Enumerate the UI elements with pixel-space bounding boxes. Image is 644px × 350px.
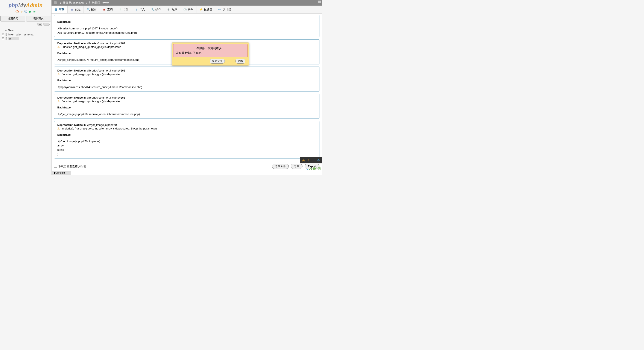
events-icon: 🕒	[183, 8, 186, 11]
tab-triggers[interactable]: ⚡触发器	[196, 6, 215, 13]
modal-title: 在服务上检测到错误！	[176, 46, 245, 50]
import-icon: ⇧	[135, 8, 138, 11]
tab-procedures[interactable]: ⚙程序	[164, 6, 180, 13]
reload-icon[interactable]: ⟳	[33, 10, 36, 13]
notice-message: ⚠ Function get_magic_quotes_gpc() is dep…	[57, 100, 316, 103]
console-toggle[interactable]: ▮Console	[52, 171, 71, 175]
link-tree-icon[interactable]: ⊂⊃	[43, 23, 50, 26]
tab-designer[interactable]: ✏设计器	[215, 6, 234, 13]
backtrace-line: array,	[57, 144, 316, 148]
query-icon: ▣	[103, 8, 106, 11]
collapse-tree-icon[interactable]: —	[37, 23, 42, 26]
auto-send-label: 下次自动发送错误报告	[58, 164, 86, 168]
export-icon: ⇩	[119, 8, 122, 11]
tab-sql[interactable]: ▤SQL	[68, 6, 84, 13]
home-icon[interactable]: 🏠	[16, 10, 19, 13]
backtrace-line: ./js/get_image.js.php#18: require_once(.…	[57, 112, 316, 116]
logo-admin: Admin	[26, 2, 43, 8]
ignore-button[interactable]: 忽略	[291, 164, 302, 169]
backtrace-heading: Backtrace	[57, 20, 316, 24]
ignore-all-button[interactable]: 忽略全部	[272, 164, 289, 169]
server-icon: 🖥	[59, 2, 62, 4]
backtrace-line: ./db_structure.php#12: require_once(./li…	[57, 31, 316, 35]
backtrace-heading: Backtrace	[57, 133, 316, 136]
tree-db-w[interactable]: + 🗄 w	[2, 36, 51, 40]
tree-information-schema[interactable]: + 🗄 information_schema	[2, 32, 51, 36]
new-db-icon: ⊕	[5, 29, 7, 32]
bc-server-label: 服务器:	[63, 1, 72, 5]
warning-icon: ⚠	[57, 72, 60, 76]
error-modal: 在服务上检测到错误！ 请查看此窗口的底部。 忽略全部 忽略	[172, 42, 249, 66]
content-area: Backtrace./libraries/common.inc.php#1047…	[52, 14, 322, 162]
deprecation-notice: Backtrace./libraries/common.inc.php#1047…	[54, 15, 320, 37]
main: ⌃ 🖥 服务器: localhost » 🗄 数据库: www ▦结构 ▤SQL…	[52, 0, 322, 175]
modal-ignore-all-button[interactable]: 忽略全部	[210, 58, 225, 64]
logo[interactable]: phpMyAdmin	[0, 0, 51, 9]
backtrace-heading: Backtrace	[57, 79, 316, 82]
deprecation-notice: Deprecation Notice in ./libraries/common…	[54, 66, 320, 92]
tree-new[interactable]: ⊕ New	[2, 28, 51, 32]
expand-icon[interactable]: +	[2, 33, 4, 36]
expand-icon[interactable]: +	[2, 37, 4, 40]
error-modal-body: 在服务上检测到错误！ 请查看此窗口的底部。	[173, 44, 248, 57]
sidebar-toolbar: 🏠 ⎋ ⓘ ◆ ⟳	[0, 9, 51, 15]
moon-icon[interactable]: ☾	[308, 159, 310, 162]
collapse-panel-icon[interactable]: ⌃	[318, 0, 321, 3]
docs-icon[interactable]: ⓘ	[24, 10, 28, 13]
logout-icon[interactable]: ⎋	[20, 10, 23, 13]
warning-icon: ⚠	[57, 45, 60, 48]
designer-icon: ✏	[218, 8, 221, 11]
tab-structure[interactable]: ▦结构	[52, 6, 68, 13]
bc-server-value[interactable]: localhost	[74, 1, 84, 4]
backtrace-line: ./phpmyadmin.css.php#14: require_once(./…	[57, 85, 316, 89]
notice-message: ⚠ implode(): Passing glue string after a…	[57, 127, 316, 130]
tab-operations[interactable]: 🔧操作	[148, 6, 164, 13]
recent-tabs: 近期访问 表收藏夹	[0, 15, 51, 22]
notice-message: ⚠ Function get_magic_quotes_gpc() is dep…	[57, 72, 316, 76]
modal-ignore-button[interactable]: 忽略	[236, 58, 245, 64]
notice-title: Deprecation Notice in ./libraries/common…	[57, 96, 316, 99]
gear-icon[interactable]: ⚙	[317, 159, 320, 162]
backtrace-line: ./js/get_image.js.php#70: implode(	[57, 139, 316, 144]
warning-icon: ⚠	[57, 100, 60, 103]
database-icon: 🗄	[5, 37, 8, 40]
operations-icon: 🔧	[151, 8, 154, 11]
tab-import[interactable]: ⇧导入	[132, 6, 148, 13]
ime-lang[interactable]: 英	[302, 158, 305, 162]
structure-icon: ▦	[54, 8, 58, 11]
backtrace-line: ./libraries/common.inc.php#1047: include…	[57, 26, 316, 31]
notice-title: Deprecation Notice in ./libraries/common…	[57, 69, 316, 72]
database-icon: 🗄	[5, 33, 8, 36]
divider-icon: ′₊	[313, 159, 315, 162]
procedures-icon: ⚙	[167, 8, 170, 11]
bc-db-value[interactable]: www	[102, 1, 108, 4]
db-tree: ⊕ New + 🗄 information_schema + 🗄 w	[0, 27, 51, 40]
bc-db-label: 数据库:	[92, 1, 101, 5]
query-window-icon[interactable]: ◆	[28, 10, 32, 13]
database-icon: 🗄	[88, 2, 91, 4]
notice-title: Deprecation Notice in ./js/get_image.js.…	[57, 123, 316, 126]
deprecation-notice: Deprecation Notice in ./libraries/common…	[54, 94, 320, 119]
app-root: phpMyAdmin 🏠 ⎋ ⓘ ◆ ⟳ 近期访问 表收藏夹 — ⊂⊃ ⊕ Ne…	[0, 0, 322, 175]
logo-my: My	[18, 2, 26, 8]
nav-controls: — ⊂⊃	[0, 22, 51, 27]
recent-tab[interactable]: 近期访问	[0, 16, 25, 22]
tab-bar: ▦结构 ▤SQL 🔍搜索 ▣查询 ⇩导出 ⇧导入 🔧操作 ⚙程序 🕒事件 ⚡触发…	[52, 6, 322, 14]
sidebar: phpMyAdmin 🏠 ⎋ ⓘ ◆ ⟳ 近期访问 表收藏夹 — ⊂⊃ ⊕ Ne…	[0, 0, 52, 175]
sql-icon: ▤	[71, 8, 74, 11]
deprecation-notice: Deprecation Notice in ./js/get_image.js.…	[54, 121, 320, 158]
ime-bar: 英 ☾ ′₊ ⚙	[300, 157, 322, 164]
breadcrumb: 🖥 服务器: localhost » 🗄 数据库: www	[52, 0, 322, 6]
backtrace-line: string ', ',	[57, 148, 316, 152]
auto-send-checkbox[interactable]	[54, 165, 57, 168]
modal-message: 请查看此窗口的底部。	[176, 51, 245, 55]
hide-sidebar-icon[interactable]	[54, 1, 57, 4]
tab-events[interactable]: 🕒事件	[180, 6, 196, 13]
bc-sep: »	[86, 1, 87, 4]
tab-export[interactable]: ⇩导出	[116, 6, 132, 13]
search-icon: 🔍	[87, 8, 90, 11]
favorites-tab[interactable]: 表收藏夹	[26, 16, 51, 22]
tab-search[interactable]: 🔍搜索	[84, 6, 100, 13]
triggers-icon: ⚡	[200, 8, 202, 11]
tab-query[interactable]: ▣查询	[100, 6, 116, 13]
